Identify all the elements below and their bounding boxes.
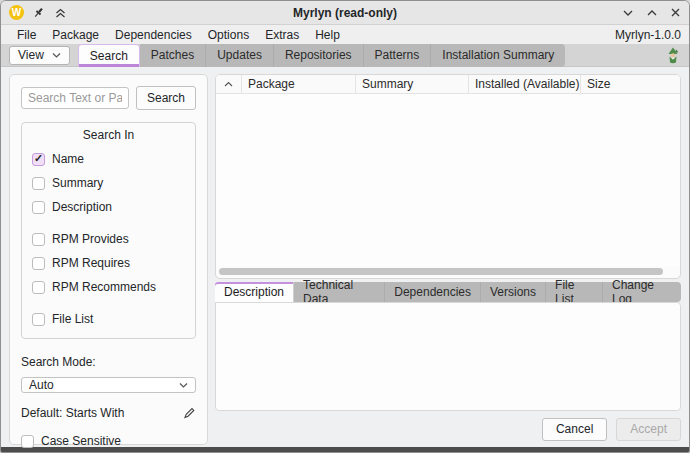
rpm-provides-checkbox-label: RPM Provides	[52, 232, 129, 246]
minimize-icon[interactable]	[622, 8, 634, 18]
package-table: Package Summary Installed (Available) Si…	[215, 74, 681, 279]
description-checkbox[interactable]	[32, 201, 45, 214]
rpm-recommends-checkbox-label: RPM Recommends	[52, 280, 156, 294]
search-mode-label: Search Mode:	[21, 355, 196, 369]
search-panel: Search Search In Name Summary Descriptio…	[9, 74, 208, 445]
accept-button[interactable]: Accept	[616, 418, 681, 441]
checkbox-row-name[interactable]: Name	[32, 152, 185, 166]
search-input[interactable]	[21, 87, 129, 109]
checkbox-row-description[interactable]: Description	[32, 200, 185, 214]
package-list-body	[216, 94, 680, 267]
app-version-label: Myrlyn-1.0.0	[615, 28, 681, 42]
file-list-checkbox[interactable]	[32, 313, 45, 326]
description-checkbox-label: Description	[52, 200, 112, 214]
myrlyn-mascot-icon	[665, 47, 681, 64]
search-mode-combobox[interactable]: Auto	[21, 377, 196, 393]
column-header-installed[interactable]: Installed (Available)	[469, 75, 581, 93]
column-header-size[interactable]: Size	[581, 75, 680, 93]
case-sensitive-label: Case Sensitive	[41, 434, 121, 448]
detail-tab-technical-data[interactable]: Technical Data	[294, 282, 385, 302]
close-icon[interactable]	[670, 7, 681, 18]
package-table-header: Package Summary Installed (Available) Si…	[216, 75, 680, 94]
search-in-groupbox: Search In Name Summary Description RPM P…	[21, 122, 196, 339]
menu-item-help[interactable]: Help	[307, 27, 348, 43]
window-controls	[531, 7, 681, 18]
action-button-row: Cancel Accept	[215, 411, 681, 445]
shade-icon[interactable]	[54, 7, 67, 19]
menu-item-file[interactable]: File	[9, 27, 44, 43]
rpm-provides-checkbox[interactable]	[32, 233, 45, 246]
name-checkbox-label: Name	[52, 152, 84, 166]
detail-tab-change-log[interactable]: Change Log	[603, 282, 681, 302]
titlebar: W Myrlyn (read-only)	[1, 1, 689, 25]
detail-tab-dependencies[interactable]: Dependencies	[385, 282, 481, 302]
rpm-requires-checkbox[interactable]	[32, 257, 45, 270]
sort-up-icon	[224, 81, 233, 87]
summary-checkbox[interactable]	[32, 177, 45, 190]
detail-tab-file-list[interactable]: File List	[546, 282, 603, 302]
checkbox-row-rpm-requires[interactable]: RPM Requires	[32, 256, 185, 270]
search-button[interactable]: Search	[136, 86, 196, 110]
detail-tab-description[interactable]: Description	[215, 282, 294, 302]
detail-tab-versions[interactable]: Versions	[481, 282, 546, 302]
view-tab-bar: View Search Patches Updates Repositories…	[1, 44, 689, 67]
window-bottom-shadow	[1, 447, 689, 452]
window-title: Myrlyn (read-only)	[159, 6, 531, 20]
pin-icon[interactable]	[33, 7, 45, 19]
view-menu-button[interactable]: View	[9, 46, 70, 65]
name-checkbox[interactable]	[32, 153, 45, 166]
tab-search[interactable]: Search	[78, 44, 140, 67]
main-area: Search Search In Name Summary Descriptio…	[1, 67, 689, 447]
edit-pencil-icon[interactable]	[182, 406, 196, 420]
checkbox-row-rpm-recommends[interactable]: RPM Recommends	[32, 280, 185, 294]
tab-updates[interactable]: Updates	[206, 44, 274, 67]
view-menu-label: View	[18, 48, 44, 62]
search-row: Search	[21, 87, 196, 110]
tab-patterns[interactable]: Patterns	[364, 44, 432, 67]
rpm-requires-checkbox-label: RPM Requires	[52, 256, 130, 270]
tab-repositories[interactable]: Repositories	[274, 44, 364, 67]
rpm-recommends-checkbox[interactable]	[32, 281, 45, 294]
menu-item-extras[interactable]: Extras	[257, 27, 307, 43]
right-column: Package Summary Installed (Available) Si…	[215, 74, 681, 445]
checkbox-row-case-sensitive[interactable]: Case Sensitive	[21, 434, 196, 448]
checkbox-row-file-list[interactable]: File List	[32, 312, 185, 326]
maximize-icon[interactable]	[646, 8, 658, 18]
detail-pane	[215, 302, 681, 411]
chevron-down-icon	[52, 52, 61, 59]
menu-item-options[interactable]: Options	[200, 27, 257, 43]
search-mode-value: Auto	[29, 378, 179, 392]
summary-checkbox-label: Summary	[52, 176, 103, 190]
checkbox-row-summary[interactable]: Summary	[32, 176, 185, 190]
myrlyn-window: W Myrlyn (read-only)	[0, 0, 690, 453]
default-mode-hint: Default: Starts With	[21, 406, 182, 420]
default-mode-row: Default: Starts With	[21, 406, 196, 420]
file-list-checkbox-label: File List	[52, 312, 93, 326]
horizontal-scrollbar[interactable]	[216, 267, 680, 278]
tab-installation-summary[interactable]: Installation Summary	[431, 44, 565, 67]
column-header-package[interactable]: Package	[242, 75, 356, 93]
search-in-title: Search In	[32, 128, 185, 142]
menu-item-dependencies[interactable]: Dependencies	[107, 27, 200, 43]
menubar: File Package Dependencies Options Extras…	[1, 25, 689, 44]
horizontal-scrollbar-thumb[interactable]	[219, 268, 663, 275]
checkbox-row-rpm-provides[interactable]: RPM Provides	[32, 232, 185, 246]
chevron-down-icon	[179, 382, 188, 389]
sort-indicator-column-header[interactable]	[216, 75, 242, 93]
page-tabs: Search Patches Updates Repositories Patt…	[78, 44, 566, 67]
cancel-button[interactable]: Cancel	[542, 418, 607, 441]
column-header-summary[interactable]: Summary	[356, 75, 469, 93]
menu-item-package[interactable]: Package	[44, 27, 107, 43]
case-sensitive-checkbox[interactable]	[21, 435, 34, 448]
app-icon: W	[9, 5, 24, 20]
titlebar-left-icons: W	[9, 5, 159, 20]
tab-patches[interactable]: Patches	[140, 44, 206, 67]
detail-tabs: Description Technical Data Dependencies …	[215, 282, 681, 302]
